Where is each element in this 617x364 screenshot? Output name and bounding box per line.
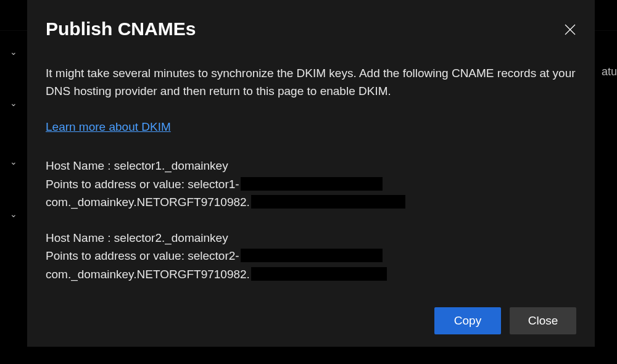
points-to-line1: Points to address or value: selector2- bbox=[46, 247, 576, 265]
modal-description: It might take several minutes to synchro… bbox=[46, 64, 576, 101]
chevron-down-icon: ⌄ bbox=[10, 157, 17, 167]
chevron-down-icon: ⌄ bbox=[10, 98, 17, 108]
points-to-line2: com._domainkey.NETORGFT9710982. bbox=[46, 265, 576, 283]
points-to-line1: Points to address or value: selector1- bbox=[46, 175, 576, 193]
redacted-block bbox=[251, 195, 405, 209]
host-name-label: Host Name : selector2._domainkey bbox=[46, 229, 576, 247]
close-icon[interactable] bbox=[564, 23, 576, 36]
modal-title: Publish CNAMEs bbox=[46, 19, 196, 39]
redacted-block bbox=[241, 177, 383, 191]
learn-more-link[interactable]: Learn more about DKIM bbox=[46, 118, 171, 136]
points-line2-text: com._domainkey.NETORGFT9710982. bbox=[46, 268, 250, 281]
points-prefix: Points to address or value: selector2- bbox=[46, 249, 239, 262]
cname-record-1: Host Name : selector1._domainkey Points … bbox=[46, 157, 576, 211]
redacted-block bbox=[241, 249, 383, 262]
copy-button[interactable]: Copy bbox=[434, 307, 501, 334]
close-button[interactable]: Close bbox=[510, 307, 576, 334]
points-line2-text: com._domainkey.NETORGFT9710982. bbox=[46, 196, 250, 209]
bg-partial-text: atu bbox=[602, 65, 617, 78]
modal-body: It might take several minutes to synchro… bbox=[46, 64, 576, 301]
host-name-label: Host Name : selector1._domainkey bbox=[46, 157, 576, 175]
publish-cnames-modal: Publish CNAMEs It might take several min… bbox=[27, 0, 595, 347]
chevron-down-icon: ⌄ bbox=[10, 209, 17, 219]
cname-record-2: Host Name : selector2._domainkey Points … bbox=[46, 229, 576, 283]
points-prefix: Points to address or value: selector1- bbox=[46, 178, 239, 191]
points-to-line2: com._domainkey.NETORGFT9710982. bbox=[46, 193, 576, 211]
modal-footer: Copy Close bbox=[46, 301, 576, 334]
chevron-down-icon: ⌄ bbox=[10, 47, 17, 57]
modal-header: Publish CNAMEs bbox=[46, 19, 576, 39]
redacted-block bbox=[251, 267, 387, 281]
